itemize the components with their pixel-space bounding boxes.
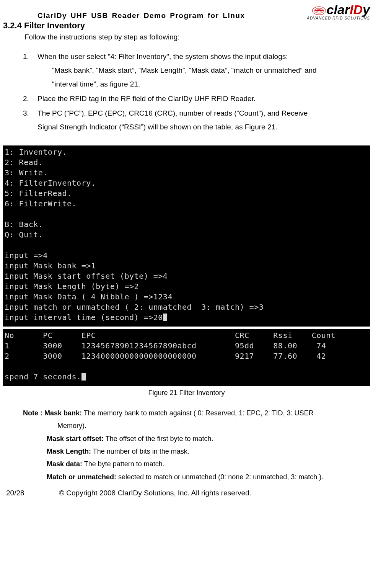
- note-text: The memory bank to match against ( 0: Re…: [82, 409, 314, 417]
- note-match: Match or unmatched: selected to match or…: [47, 471, 370, 483]
- step1-line3: “interval time”, as figure 21.: [52, 80, 140, 88]
- logo-wordmark: clarIDy: [307, 4, 370, 16]
- terminal-text-2: No PC EPC CRC Rssi Count 1 3000 12345678…: [5, 331, 336, 381]
- rfid-waves-icon: [312, 7, 326, 15]
- note-label: Match or unmatched:: [47, 473, 116, 481]
- note-label: Mask data:: [47, 460, 82, 468]
- page-number: 20/28: [3, 489, 59, 497]
- cursor-icon: [163, 314, 167, 321]
- page-header: ClarIDy UHF USB Reader Demo Program for …: [3, 4, 370, 20]
- brand-logo: clarIDy ADVANCED RFID SOLUTIONS: [307, 4, 370, 20]
- note-mask-start: Mask start offset: The offset of the fir…: [47, 433, 370, 445]
- list-item: 3. The PC (“PC”), EPC (EPC), CRC16 (CRC)…: [23, 106, 370, 134]
- terminal-output-menu: 1: Inventory. 2: Read. 3: Write. 4: Filt…: [3, 145, 370, 327]
- note-label: Mask start offset:: [47, 435, 104, 443]
- step1-line1: When the user select "4: Filter Inventor…: [37, 52, 288, 60]
- list-number: 2.: [23, 92, 37, 106]
- page: ClarIDy UHF USB Reader Demo Program for …: [0, 0, 373, 501]
- list-body: When the user select "4: Filter Inventor…: [37, 50, 370, 91]
- figure-caption: Figure 21 Filter Inventory: [3, 388, 370, 397]
- list-item: 2. Place the RFID tag in the RF field of…: [23, 92, 370, 106]
- note-text: selected to match or unmatched (0: none …: [116, 473, 323, 481]
- notes-block: Note : Mask bank: The memory bank to mat…: [23, 407, 370, 483]
- doc-title: ClarIDy UHF USB Reader Demo Program for …: [37, 11, 245, 20]
- terminal-output-table: No PC EPC CRC Rssi Count 1 3000 12345678…: [3, 329, 370, 386]
- note-prefix: Note :: [23, 409, 44, 417]
- step3-line2: Signal Strength Indicator (“RSSI”) will …: [37, 123, 277, 131]
- note-mask-bank-cont: Memory).: [57, 420, 370, 432]
- instruction-list: 1. When the user select "4: Filter Inven…: [23, 50, 370, 134]
- note-label: Mask bank:: [44, 409, 82, 417]
- page-footer: 20/28 © Copyright 2008 ClarIDy Solutions…: [3, 489, 370, 497]
- note-text: The number of bits in the mask.: [91, 448, 189, 455]
- note-text: The offset of the first byte to match.: [104, 435, 213, 443]
- step2-line1: Place the RFID tag in the RF field of th…: [37, 92, 370, 106]
- list-number: 1.: [23, 50, 37, 91]
- note-mask-bank: Note : Mask bank: The memory bank to mat…: [23, 407, 370, 420]
- step1-line2: “Mask bank”, “Mask start”, “Mask Length”…: [52, 66, 317, 74]
- cursor-icon: [81, 373, 86, 381]
- terminal-text-1: 1: Inventory. 2: Read. 3: Write. 4: Filt…: [5, 147, 264, 322]
- note-mask-data: Mask data: The byte pattern to match.: [47, 458, 370, 470]
- copyright: © Copyright 2008 ClarIDy Solutions, Inc.…: [59, 489, 370, 497]
- list-item: 1. When the user select "4: Filter Inven…: [23, 50, 370, 91]
- step3-line1: The PC (“PC”), EPC (EPC), CRC16 (CRC), n…: [37, 109, 308, 117]
- intro-text: Follow the instructions step by step as …: [24, 33, 370, 41]
- list-body: The PC (“PC”), EPC (EPC), CRC16 (CRC), n…: [37, 106, 370, 134]
- note-label: Mask Length:: [47, 448, 91, 455]
- section-heading: 3.2.4 Filter Inventory: [3, 21, 370, 31]
- logo-tagline: ADVANCED RFID SOLUTIONS: [307, 16, 370, 20]
- note-mask-length: Mask Length: The number of bits in the m…: [47, 445, 370, 458]
- list-number: 3.: [23, 106, 37, 134]
- caption-text: Figure 21 Filter Inventory: [148, 389, 225, 397]
- note-text: The byte pattern to match.: [82, 460, 165, 468]
